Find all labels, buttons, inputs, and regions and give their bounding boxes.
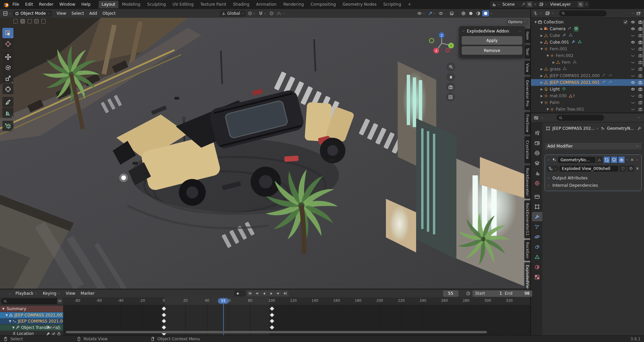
- camera-icon[interactable]: [638, 87, 643, 92]
- start-frame-field[interactable]: Start1: [473, 290, 505, 297]
- scene-selector[interactable]: Scene: [490, 1, 538, 8]
- navigation-gizmo[interactable]: Z Y X: [427, 31, 456, 57]
- transform-tool[interactable]: [2, 84, 13, 94]
- workspace-tab-layout[interactable]: Layout: [99, 1, 118, 8]
- jump-to-end-button[interactable]: [282, 290, 289, 296]
- viewport-mini-icon[interactable]: [28, 19, 32, 23]
- timeline-menu-marker[interactable]: Marker: [78, 289, 97, 298]
- properties-tab-view-layer[interactable]: [532, 158, 542, 168]
- menu-edit[interactable]: Edit: [22, 0, 36, 9]
- grip-dots-icon[interactable]: [517, 30, 522, 33]
- auto-keying-button[interactable]: [234, 290, 245, 296]
- mode-dropdown[interactable]: Object Mode: [13, 10, 52, 17]
- camera-icon[interactable]: [638, 73, 643, 78]
- editor-3d-icon[interactable]: [3, 11, 8, 16]
- play-reverse-button[interactable]: [261, 290, 267, 296]
- outliner-row[interactable]: ▶Fern: [531, 59, 644, 66]
- channel-jeep-compass-2021-000action[interactable]: ▼JEEP COMPASS 2021.000Action: [0, 318, 63, 324]
- eye-closed-icon[interactable]: [631, 107, 635, 112]
- expand-caret-icon[interactable]: ▶: [540, 81, 544, 84]
- viewport-mini-icon[interactable]: [41, 19, 46, 23]
- menu-file[interactable]: File: [9, 0, 22, 9]
- eye-closed-icon[interactable]: [631, 33, 635, 38]
- output-attributes-section[interactable]: Output Attributes: [547, 174, 639, 182]
- camera-view-button[interactable]: [446, 82, 455, 92]
- properties-tab-modifiers[interactable]: [532, 212, 542, 221]
- internal-dependencies-section[interactable]: Internal Dependencies: [547, 182, 639, 189]
- pan-button[interactable]: [446, 72, 455, 81]
- orthographic-button[interactable]: [446, 93, 455, 102]
- expand-caret-icon[interactable]: ▶: [540, 67, 544, 71]
- outliner-row[interactable]: ▼Fern.002: [531, 52, 644, 59]
- wrench-w-icon[interactable]: [46, 325, 50, 330]
- checkbox-icon[interactable]: [623, 20, 628, 24]
- timeline-menu-playback[interactable]: Playback: [13, 289, 40, 298]
- workspace-tab-uv-editing[interactable]: UV Editing: [169, 1, 197, 8]
- shading-material-button[interactable]: [475, 10, 482, 16]
- show-overlays-toggle[interactable]: [438, 10, 448, 16]
- falloff-dropdown[interactable]: [276, 10, 286, 16]
- eye-open-icon[interactable]: [631, 80, 635, 85]
- workspace-tab-modeling[interactable]: Modeling: [119, 1, 144, 8]
- keyframe-diamond[interactable]: [269, 319, 275, 324]
- outliner-row[interactable]: ▶Cube: [531, 32, 644, 39]
- select-box-tool[interactable]: [2, 28, 13, 38]
- snap-dropdown[interactable]: [257, 10, 267, 16]
- chevron-down-icon[interactable]: [462, 30, 465, 33]
- show-gizmos-toggle[interactable]: [427, 10, 437, 16]
- scene-copy-button[interactable]: [527, 1, 533, 7]
- viewport-menu-select[interactable]: Select: [69, 9, 87, 18]
- properties-tab-object[interactable]: [532, 202, 542, 211]
- outliner-row[interactable]: ▼Fern.001: [531, 46, 644, 52]
- properties-tab-data[interactable]: [532, 252, 542, 262]
- outliner-scrollbar[interactable]: [643, 20, 644, 67]
- scale-tool[interactable]: [2, 73, 13, 83]
- xray-toggle[interactable]: [448, 10, 455, 16]
- proportional-edit-button[interactable]: [268, 10, 275, 16]
- check-icon[interactable]: [51, 325, 56, 330]
- apply-button[interactable]: Apply: [462, 36, 522, 45]
- camera-x-icon[interactable]: [638, 67, 643, 71]
- expand-caret-icon[interactable]: ▶: [540, 41, 544, 44]
- camera-icon[interactable]: [638, 33, 643, 38]
- viewport-mini-icon[interactable]: [34, 19, 39, 23]
- menu-window[interactable]: Window: [56, 0, 78, 9]
- camera-icon[interactable]: [638, 53, 643, 58]
- play-button[interactable]: [268, 290, 275, 296]
- expand-caret-icon[interactable]: ▶: [552, 61, 556, 64]
- add-cube-tool[interactable]: [2, 121, 13, 131]
- add-modifier-dropdown[interactable]: Add Modifier: [545, 143, 641, 149]
- shading-wireframe-button[interactable]: [460, 10, 467, 16]
- camera-x-icon[interactable]: [638, 100, 643, 105]
- breadcrumb-datablock[interactable]: GeometryN...: [607, 126, 634, 131]
- expand-caret-icon[interactable]: ▶: [540, 34, 544, 37]
- properties-tab-material[interactable]: [532, 262, 542, 272]
- measure-tool[interactable]: [2, 108, 13, 118]
- outliner-row[interactable]: ▶Light: [531, 86, 644, 93]
- outliner[interactable]: ▼Collection▶Camera▶Cube▶Cube.001▼Fern.00…: [530, 18, 644, 113]
- close-icon[interactable]: [534, 3, 537, 6]
- eye-open-icon[interactable]: [631, 87, 635, 92]
- eye-closed-icon[interactable]: [631, 73, 635, 78]
- blender-logo-icon[interactable]: [3, 1, 9, 8]
- modifier-realtime-toggle[interactable]: [611, 157, 617, 163]
- channel-filter-button[interactable]: ↔: [57, 298, 62, 304]
- workspace-tab-animation[interactable]: Animation: [253, 1, 280, 8]
- eye-closed-icon[interactable]: [631, 60, 635, 65]
- viewport-menu-object[interactable]: Object: [100, 9, 118, 18]
- chevron-down-icon[interactable]: [547, 158, 550, 162]
- camera-icon[interactable]: [638, 94, 643, 98]
- workspace-tab-compositing[interactable]: Compositing: [307, 1, 339, 8]
- channel-jeep-compass-2021-001[interactable]: ▼JEEP COMPASS 2021.001: [0, 312, 63, 318]
- properties-editor-icon[interactable]: [534, 115, 539, 120]
- channel-object-transforms[interactable]: ▼Object Transforms: [0, 325, 63, 331]
- expand-caret-icon[interactable]: ▶: [540, 74, 544, 77]
- camera-icon[interactable]: [638, 20, 643, 24]
- camera-icon[interactable]: [638, 80, 643, 85]
- pin-icon[interactable]: [637, 126, 641, 131]
- grip-dots-icon[interactable]: [635, 158, 639, 161]
- sidebar-tab-item[interactable]: Item: [524, 28, 530, 43]
- eye-closed-icon[interactable]: [631, 100, 635, 105]
- properties-tab-output[interactable]: [532, 148, 542, 158]
- eye-closed-icon[interactable]: [631, 53, 635, 58]
